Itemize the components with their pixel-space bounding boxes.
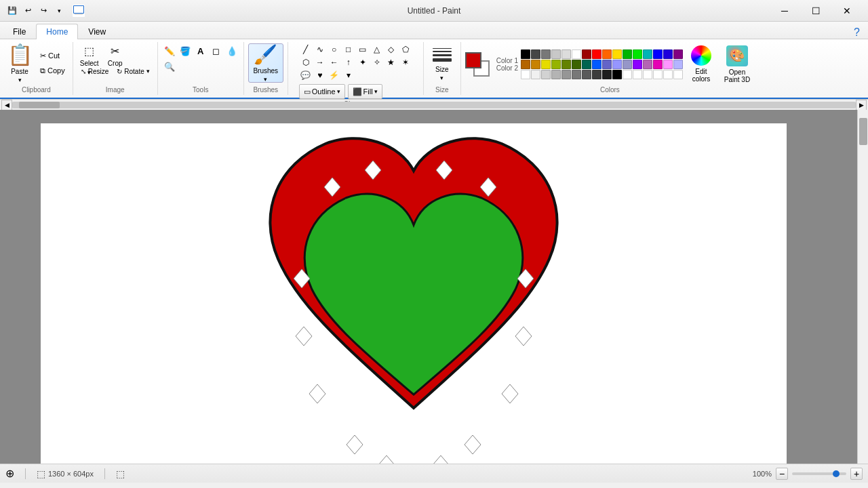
color-swatch[interactable]: [612, 60, 622, 69]
color-swatch[interactable]: [673, 70, 683, 79]
color-swatch[interactable]: [541, 60, 551, 69]
copy-button[interactable]: ⧉ Copy: [37, 63, 68, 78]
color-swatch[interactable]: [521, 60, 530, 69]
outline-button[interactable]: ▭ Outline ▾: [299, 84, 345, 99]
shape-leftarrow[interactable]: ←: [328, 56, 341, 68]
scrollbar-thumb[interactable]: [19, 102, 60, 108]
zoom-slider[interactable]: [792, 472, 846, 475]
more-shapes[interactable]: ▾: [342, 69, 355, 81]
color-swatch[interactable]: [551, 60, 561, 69]
color-swatch[interactable]: [531, 60, 540, 69]
color-swatch[interactable]: [551, 49, 561, 59]
color-swatch[interactable]: [592, 49, 601, 59]
pencil-tool[interactable]: ✏️: [162, 43, 177, 58]
eraser-tool[interactable]: ◻: [209, 43, 224, 58]
shape-star4[interactable]: ✧: [370, 56, 384, 68]
maximize-button[interactable]: ☐: [800, 0, 831, 22]
shape-rightarrow[interactable]: →: [313, 56, 327, 68]
shape-uparrow[interactable]: ↑: [342, 56, 355, 68]
shape-star5[interactable]: ★: [384, 56, 398, 68]
color-swatch[interactable]: [623, 70, 632, 79]
color-swatch[interactable]: [623, 60, 632, 69]
shape-4arrow[interactable]: ✦: [356, 56, 370, 68]
fill-button[interactable]: ⬛ Fill ▾: [348, 84, 382, 99]
shape-rect[interactable]: □: [342, 43, 355, 56]
select-button[interactable]: ⬚ Select ▾: [77, 43, 102, 62]
shape-line[interactable]: ╱: [299, 43, 313, 56]
color-swatch[interactable]: [541, 70, 551, 79]
color-swatch[interactable]: [643, 70, 652, 79]
color-swatch[interactable]: [602, 60, 612, 69]
colorpick-tool[interactable]: 💧: [224, 43, 239, 58]
color-swatch[interactable]: [592, 60, 601, 69]
color-swatch[interactable]: [592, 70, 601, 79]
close-button[interactable]: ✕: [831, 0, 863, 22]
text-tool[interactable]: A: [193, 43, 208, 58]
tab-view[interactable]: View: [78, 24, 116, 39]
color-swatch[interactable]: [572, 49, 581, 59]
magnify-tool[interactable]: 🔍: [162, 59, 177, 74]
color-swatch[interactable]: [572, 70, 581, 79]
help-button[interactable]: ?: [848, 26, 865, 39]
save-button[interactable]: 💾: [5, 4, 19, 18]
drawing-canvas[interactable]: [41, 123, 787, 464]
color-swatch[interactable]: [551, 70, 561, 79]
scroll-left-button[interactable]: ◀: [1, 100, 12, 110]
color-swatch[interactable]: [582, 60, 591, 69]
color-swatch[interactable]: [663, 49, 673, 59]
color-swatch[interactable]: [582, 70, 591, 79]
vertical-scrollbar-thumb[interactable]: [859, 118, 867, 145]
minimize-button[interactable]: ─: [769, 0, 800, 22]
open-paint3d-button[interactable]: 🎨 Open Paint 3D: [719, 45, 755, 84]
color-swatch[interactable]: [643, 49, 652, 59]
color-swatch[interactable]: [643, 60, 652, 69]
paste-button[interactable]: 📋 Paste ▾: [4, 43, 35, 83]
horizontal-scrollbar[interactable]: ◀ ▶: [0, 99, 868, 110]
color-swatch[interactable]: [561, 60, 571, 69]
zoom-thumb[interactable]: [833, 470, 840, 477]
shape-curve[interactable]: ∿: [313, 43, 327, 56]
scroll-right-button[interactable]: ▶: [856, 100, 867, 110]
shape-callout[interactable]: 💬: [299, 69, 313, 81]
shape-heart[interactable]: ♥: [313, 69, 327, 81]
tab-file[interactable]: File: [3, 24, 36, 39]
edit-colors-button[interactable]: Edit colors: [686, 45, 717, 84]
tab-home[interactable]: Home: [36, 24, 78, 39]
add-button[interactable]: ⊕: [5, 467, 14, 480]
customize-button[interactable]: ▾: [52, 4, 66, 18]
undo-button[interactable]: ↩: [21, 4, 35, 18]
color-swatch[interactable]: [531, 49, 540, 59]
color-swatch[interactable]: [602, 70, 612, 79]
color-swatch[interactable]: [572, 60, 581, 69]
cut-button[interactable]: ✂ Cut: [37, 48, 68, 63]
color-swatch[interactable]: [663, 60, 673, 69]
color-swatch[interactable]: [633, 60, 642, 69]
zoom-out-button[interactable]: −: [776, 468, 788, 480]
color-swatch[interactable]: [653, 60, 663, 69]
shape-triangle[interactable]: △: [370, 43, 384, 56]
shape-pentagon[interactable]: ⬠: [399, 43, 412, 56]
color-swatch[interactable]: [521, 70, 530, 79]
shape-diamond[interactable]: ◇: [384, 43, 398, 56]
color-swatch[interactable]: [561, 70, 571, 79]
color-swatch[interactable]: [673, 49, 683, 59]
shape-hexagon[interactable]: ⬡: [299, 56, 313, 68]
shape-star6[interactable]: ✶: [399, 56, 412, 68]
color-swatch[interactable]: [633, 49, 642, 59]
color-swatch[interactable]: [653, 70, 663, 79]
size-button[interactable]: Size ▾: [428, 43, 456, 83]
color-swatch[interactable]: [633, 70, 642, 79]
shape-oval[interactable]: ○: [328, 43, 341, 56]
resize-button[interactable]: ⤡ Resize: [77, 64, 113, 79]
redo-button[interactable]: ↪: [37, 4, 50, 18]
crop-button[interactable]: ✂ Crop: [103, 43, 127, 62]
color-swatch[interactable]: [653, 49, 663, 59]
brushes-button[interactable]: 🖌️ Brushes ▾: [248, 43, 283, 83]
fill-tool[interactable]: 🪣: [178, 43, 193, 58]
color-swatch[interactable]: [673, 60, 683, 69]
color-swatch[interactable]: [612, 70, 622, 79]
color-swatch[interactable]: [561, 49, 571, 59]
color-swatch[interactable]: [582, 49, 591, 59]
color1-swatch[interactable]: [465, 52, 481, 68]
color-swatch[interactable]: [612, 49, 622, 59]
